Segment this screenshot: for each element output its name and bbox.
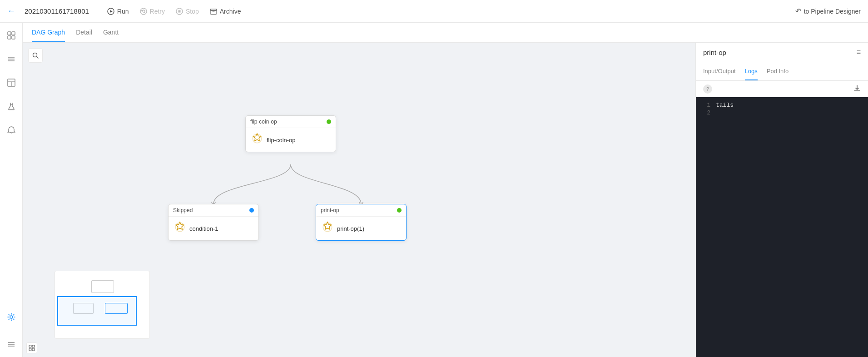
panel-tab-logs[interactable]: Logs (745, 62, 758, 80)
run-id: 20210301161718801 (25, 7, 89, 15)
node-condition-status (249, 208, 254, 213)
sidebar-icon-home[interactable] (4, 28, 19, 43)
log-line-text-1: tails (716, 102, 734, 109)
svg-rect-10 (12, 36, 15, 39)
pipeline-designer-link[interactable]: ↶ to Pipeline Designer (795, 7, 861, 15)
panel-tabs: Input/Output Logs Pod Info (696, 62, 868, 81)
left-sidebar (0, 23, 23, 357)
sidebar-icon-collapse[interactable] (4, 337, 19, 352)
svg-rect-7 (8, 32, 11, 35)
svg-rect-4 (178, 10, 180, 12)
bottom-icon-button[interactable] (26, 342, 37, 353)
sidebar-icon-list[interactable] (4, 52, 19, 66)
node-print-op-title: print-op (321, 207, 339, 213)
panel-header: print-op ≡ (696, 43, 868, 62)
minimap (55, 271, 150, 339)
svg-point-18 (10, 316, 13, 318)
log-line-1: 1 tails (703, 102, 861, 109)
svg-rect-28 (32, 345, 35, 347)
header-actions: Run Retry Stop Archive (107, 8, 241, 15)
undo-icon: ↶ (795, 7, 801, 15)
node-print-op-status (397, 208, 402, 213)
svg-point-24 (253, 134, 262, 143)
node-condition-label: condition-1 (189, 225, 218, 232)
node-print-op[interactable]: print-op print-op(1) (316, 204, 407, 241)
tab-detail[interactable]: Detail (76, 23, 92, 42)
back-button[interactable]: ← (7, 6, 15, 16)
svg-rect-8 (12, 32, 15, 35)
stop-button[interactable]: Stop (176, 8, 199, 15)
stop-icon (176, 8, 183, 15)
sidebar-icon-table[interactable] (4, 75, 19, 90)
graph-right: flip-coin-op flip-coin-op Skipped (23, 43, 868, 357)
log-line-num-1: 1 (703, 102, 710, 109)
panel-tab-input-output[interactable]: Input/Output (703, 62, 736, 80)
node-condition-1[interactable]: Skipped condition-1 (168, 204, 259, 241)
svg-point-26 (323, 223, 332, 232)
svg-point-25 (175, 223, 184, 232)
svg-rect-30 (32, 348, 35, 351)
node-flip-coin-icon (251, 133, 263, 147)
retry-label: Retry (150, 8, 165, 15)
help-icon[interactable]: ? (703, 84, 712, 94)
log-area: 1 tails 2 (696, 97, 868, 357)
node-flip-coin-header: flip-coin-op (246, 116, 336, 128)
node-print-op-header: print-op (316, 204, 406, 217)
panel-actions: ? (696, 81, 868, 97)
node-print-op-body: print-op(1) (316, 217, 406, 240)
node-condition-title: Skipped (173, 207, 193, 213)
svg-rect-9 (8, 36, 11, 39)
svg-marker-1 (110, 10, 113, 13)
retry-icon (140, 8, 147, 15)
archive-label: Archive (220, 8, 241, 15)
content-area: DAG Graph Detail Gantt (23, 23, 868, 357)
sidebar-icon-experiment[interactable] (4, 99, 19, 114)
search-button[interactable] (28, 48, 43, 63)
main-layout: DAG Graph Detail Gantt (0, 23, 868, 357)
stop-label: Stop (186, 8, 199, 15)
download-icon[interactable] (853, 84, 861, 94)
run-button[interactable]: Run (107, 8, 129, 15)
sidebar-icon-notification[interactable] (4, 123, 19, 137)
log-line-2: 2 (703, 109, 861, 116)
sidebar-icon-settings[interactable] (4, 310, 19, 324)
archive-button[interactable]: Archive (210, 8, 241, 15)
node-print-op-label: print-op(1) (337, 225, 364, 232)
run-icon (107, 8, 114, 15)
svg-line-23 (37, 57, 39, 59)
node-flip-coin-body: flip-coin-op (246, 128, 336, 152)
node-print-op-icon (322, 221, 333, 236)
svg-rect-27 (29, 345, 31, 347)
panel-tab-pod-info[interactable]: Pod Info (767, 62, 789, 80)
tab-bar: DAG Graph Detail Gantt (23, 23, 868, 43)
run-label: Run (117, 8, 129, 15)
node-condition-icon (174, 221, 186, 236)
retry-button[interactable]: Retry (140, 8, 165, 15)
tab-dag-graph[interactable]: DAG Graph (32, 23, 65, 42)
svg-rect-29 (29, 348, 31, 351)
node-condition-header: Skipped (169, 204, 258, 217)
right-panel: print-op ≡ Input/Output Logs Pod Info ? (695, 43, 868, 357)
node-condition-body: condition-1 (169, 217, 258, 240)
dag-area: flip-coin-op flip-coin-op Skipped (23, 43, 695, 357)
node-flip-coin-status (327, 119, 331, 124)
top-header: ← 20210301161718801 Run Retry Stop (0, 0, 868, 23)
node-flip-coin-label: flip-coin-op (267, 137, 296, 144)
pipeline-link-label: to Pipeline Designer (804, 8, 861, 15)
log-line-num-2: 2 (703, 109, 710, 116)
panel-title: print-op (703, 49, 726, 56)
node-flip-coin-op[interactable]: flip-coin-op flip-coin-op (245, 115, 336, 152)
tab-gantt[interactable]: Gantt (103, 23, 119, 42)
node-flip-coin-title: flip-coin-op (250, 119, 277, 125)
svg-point-2 (140, 8, 147, 15)
archive-icon (210, 8, 217, 15)
panel-menu-icon[interactable]: ≡ (857, 48, 861, 56)
